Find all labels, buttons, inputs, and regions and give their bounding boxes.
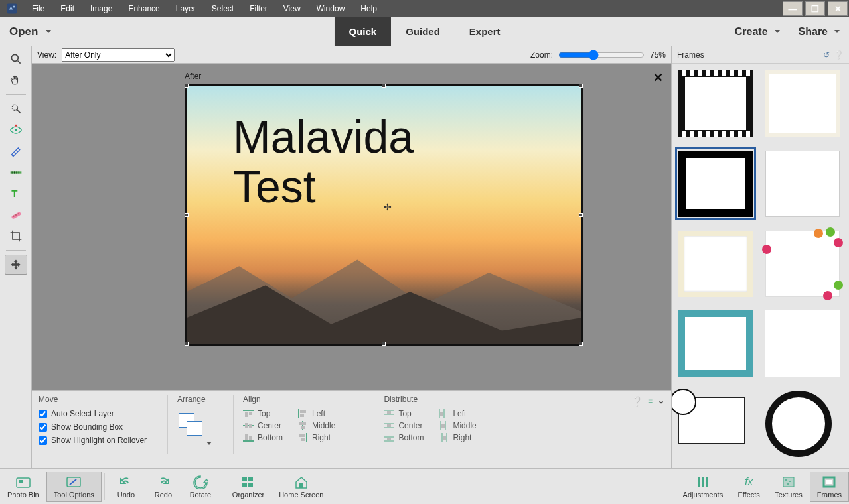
- svg-rect-39: [387, 411, 391, 414]
- frame-circle[interactable]: [765, 391, 832, 457]
- resize-handle[interactable]: [579, 84, 583, 88]
- svg-rect-56: [19, 480, 23, 483]
- menu-select[interactable]: Select: [204, 0, 242, 17]
- spot-heal-tool[interactable]: [5, 205, 27, 225]
- frame-magnifier[interactable]: [678, 397, 745, 444]
- straighten-tool[interactable]: [5, 162, 27, 182]
- frame-teal[interactable]: [678, 310, 753, 377]
- frame-film[interactable]: [678, 70, 753, 137]
- resize-handle[interactable]: [579, 342, 583, 346]
- photo-bin-button[interactable]: Photo Bin: [0, 472, 46, 502]
- align-left-button[interactable]: Left: [297, 409, 335, 418]
- panel-menu-icon[interactable]: ≡: [648, 396, 653, 405]
- frame-paper[interactable]: [765, 70, 840, 137]
- close-document-button[interactable]: ✕: [653, 70, 663, 85]
- mode-expert[interactable]: Expert: [455, 17, 515, 46]
- hand-tool[interactable]: [5, 70, 27, 90]
- zoom-tool[interactable]: [5, 49, 27, 69]
- svg-point-73: [787, 483, 789, 485]
- move-tool[interactable]: [5, 255, 27, 275]
- arrange-button[interactable]: [177, 412, 206, 444]
- distribute-center-button[interactable]: Center: [384, 421, 424, 430]
- menu-window[interactable]: Window: [309, 0, 353, 17]
- frame-stamp[interactable]: [765, 310, 840, 377]
- home-screen-button[interactable]: Home Screen: [271, 472, 331, 502]
- resize-handle[interactable]: [185, 213, 189, 217]
- zoom-value: 75%: [650, 50, 666, 60]
- close-button[interactable]: ✕: [828, 1, 848, 16]
- distribute-middle-button[interactable]: Middle: [438, 421, 476, 430]
- svg-rect-32: [245, 434, 248, 440]
- distribute-top-button[interactable]: Top: [384, 409, 424, 418]
- svg-line-5: [17, 110, 20, 113]
- auto-select-layer-checkbox[interactable]: Auto Select Layer: [39, 409, 158, 418]
- align-right-button[interactable]: Right: [297, 433, 335, 442]
- canvas-text[interactable]: Malavida Test: [233, 112, 414, 212]
- redo-button[interactable]: Redo: [145, 472, 182, 502]
- whiten-tool[interactable]: [5, 141, 27, 161]
- textures-button[interactable]: Textures: [767, 472, 810, 502]
- canvas-stage[interactable]: ✕ After Malavida Test ✢: [32, 64, 671, 390]
- adjustments-button[interactable]: Adjustments: [676, 472, 731, 502]
- quick-select-tool[interactable]: [5, 99, 27, 119]
- maximize-button[interactable]: ❐: [805, 1, 825, 16]
- show-highlight-checkbox[interactable]: Show Highlight on Rollover: [39, 436, 158, 445]
- organizer-button[interactable]: Organizer: [225, 472, 271, 502]
- frame-thin[interactable]: [765, 151, 840, 217]
- menu-image[interactable]: Image: [82, 0, 120, 17]
- svg-rect-75: [826, 480, 832, 484]
- chevron-down-icon: [206, 442, 212, 445]
- menu-enhance[interactable]: Enhance: [120, 0, 167, 17]
- svg-point-72: [789, 481, 791, 482]
- crop-tool[interactable]: [5, 226, 27, 246]
- frame-black[interactable]: [678, 151, 753, 217]
- rotate-button[interactable]: Rotate: [182, 472, 219, 502]
- menu-help[interactable]: Help: [352, 0, 385, 17]
- frames-button[interactable]: Frames: [810, 472, 849, 502]
- frame-flower[interactable]: [765, 231, 840, 297]
- tool-options-button[interactable]: Tool Options: [46, 472, 102, 502]
- menu-layer[interactable]: Layer: [168, 0, 204, 17]
- mode-guided[interactable]: Guided: [391, 17, 455, 46]
- distribute-left-button[interactable]: Left: [438, 409, 476, 418]
- resize-handle[interactable]: [382, 84, 386, 88]
- help-icon[interactable]: ❔: [631, 396, 643, 407]
- text-tool[interactable]: T: [5, 184, 27, 204]
- resize-handle[interactable]: [382, 342, 386, 346]
- svg-point-6: [14, 129, 17, 131]
- align-center-button[interactable]: Center: [243, 421, 283, 430]
- menu-edit[interactable]: Edit: [52, 0, 82, 17]
- align-middle-button[interactable]: Middle: [297, 421, 335, 430]
- svg-rect-54: [443, 436, 446, 440]
- menu-filter[interactable]: Filter: [242, 0, 275, 17]
- mode-quick[interactable]: Quick: [334, 17, 391, 46]
- eye-tool[interactable]: [5, 120, 27, 140]
- app-logo-icon: [0, 0, 24, 17]
- effects-button[interactable]: fxEffects: [730, 472, 767, 502]
- view-select[interactable]: After Only: [62, 48, 175, 62]
- share-menu[interactable]: Share: [789, 17, 849, 46]
- view-label: View:: [37, 50, 56, 60]
- frame-cream[interactable]: [678, 231, 753, 297]
- distribute-bottom-button[interactable]: Bottom: [384, 433, 424, 442]
- resize-handle[interactable]: [579, 213, 583, 217]
- distribute-right-button[interactable]: Right: [438, 433, 476, 442]
- menu-file[interactable]: File: [24, 0, 52, 17]
- collapse-icon[interactable]: ⌄: [658, 396, 664, 405]
- help-icon[interactable]: ❔: [834, 50, 844, 60]
- align-top-button[interactable]: Top: [243, 409, 283, 418]
- document-canvas[interactable]: Malavida Test ✢: [185, 84, 583, 346]
- align-bottom-button[interactable]: Bottom: [243, 433, 283, 442]
- show-bounding-box-checkbox[interactable]: Show Bounding Box: [39, 422, 158, 432]
- reset-icon[interactable]: ↺: [823, 50, 830, 60]
- resize-handle[interactable]: [185, 342, 189, 346]
- undo-button[interactable]: Undo: [108, 472, 145, 502]
- svg-rect-26: [245, 423, 248, 428]
- resize-handle[interactable]: [185, 84, 189, 88]
- zoom-slider[interactable]: [558, 50, 645, 60]
- window-controls: — ❐ ✕: [781, 1, 849, 16]
- create-menu[interactable]: Create: [726, 17, 789, 46]
- open-menu[interactable]: Open: [0, 17, 60, 46]
- menu-view[interactable]: View: [275, 0, 309, 17]
- minimize-button[interactable]: —: [783, 1, 803, 16]
